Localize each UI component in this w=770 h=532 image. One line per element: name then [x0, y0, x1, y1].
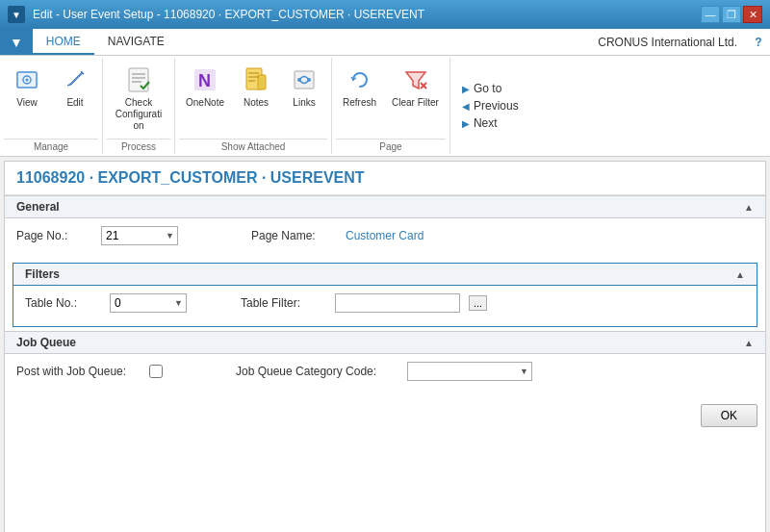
table-no-row: Table No.: 0 ▼ Table Filter: ...: [25, 293, 745, 313]
svg-point-15: [297, 78, 301, 82]
goto-label: Go to: [474, 82, 501, 95]
tab-navigate[interactable]: NAVIGATE: [94, 29, 178, 55]
table-no-label: Table No.:: [25, 296, 102, 310]
edit-icon: [60, 64, 90, 95]
filters-section-chevron: ▲: [735, 269, 745, 280]
view-label: View: [16, 97, 38, 109]
clear-filter-icon: [400, 64, 431, 95]
filters-section: Filters ▲ Table No.: 0 ▼ Table Filter: .…: [13, 263, 757, 327]
next-label: Next: [474, 116, 498, 130]
ribbon-group-process: Check Configuration Process: [103, 58, 175, 154]
general-section-chevron: ▲: [744, 202, 754, 213]
next-icon: ▶: [462, 118, 470, 129]
check-configuration-button[interactable]: Check Configuration: [107, 60, 170, 137]
close-button[interactable]: ✕: [743, 6, 762, 23]
links-button[interactable]: Links: [281, 60, 327, 114]
restore-button[interactable]: ❐: [722, 6, 741, 23]
job-queue-section-header[interactable]: Job Queue ▲: [5, 331, 765, 354]
table-no-select[interactable]: 0: [111, 294, 178, 312]
page-no-wrapper[interactable]: 21 ▼: [101, 226, 178, 245]
links-icon: [289, 64, 320, 95]
svg-point-2: [26, 79, 29, 82]
job-queue-category-wrapper[interactable]: ▼: [407, 362, 532, 381]
process-group-label: Process: [107, 139, 170, 152]
edit-button[interactable]: Edit: [52, 60, 98, 114]
post-with-job-queue-label: Post with Job Queue:: [16, 365, 141, 378]
job-queue-section: Job Queue ▲ Post with Job Queue: Job Que…: [5, 331, 765, 394]
check-config-icon: [123, 64, 154, 95]
view-icon: [12, 64, 42, 95]
previous-button[interactable]: ◀ Previous: [458, 97, 523, 114]
menu-bar: ▼ HOME NAVIGATE CRONUS International Ltd…: [0, 29, 770, 56]
ribbon-group-page: Refresh Clear Filter Page: [332, 58, 450, 154]
general-section-header[interactable]: General ▲: [5, 195, 765, 218]
ok-btn-area: OK: [5, 398, 765, 433]
goto-button[interactable]: ▶ Go to: [458, 80, 523, 97]
post-with-job-queue-checkbox[interactable]: [149, 365, 163, 378]
window-controls: — ❐ ✕: [701, 6, 762, 23]
page-group-label: Page: [336, 139, 446, 152]
job-queue-section-chevron: ▲: [744, 338, 754, 348]
page-nav: ▶ Go to ◀ Previous ▶ Next: [450, 58, 530, 154]
ribbon: View Edit Manage: [0, 56, 770, 157]
minimize-button[interactable]: —: [701, 6, 720, 23]
table-filter-label: Table Filter:: [241, 296, 327, 310]
notes-label: Notes: [244, 97, 269, 109]
company-name: CRONUS International Ltd.: [588, 29, 747, 55]
ribbon-group-show-attached: N OneNote Notes: [175, 58, 332, 154]
main-content: 11068920 · EXPORT_CUSTOMER · USEREVENT G…: [4, 161, 766, 532]
svg-text:N: N: [198, 71, 211, 90]
page-no-row: Page No.: 21 ▼ Page Name: Customer Card: [16, 226, 754, 245]
page-no-label: Page No.:: [16, 229, 93, 242]
job-queue-section-body: Post with Job Queue: Job Queue Category …: [5, 354, 765, 394]
next-button[interactable]: ▶ Next: [458, 114, 523, 132]
filters-section-label: Filters: [25, 267, 60, 281]
job-queue-section-label: Job Queue: [16, 336, 76, 349]
notes-button[interactable]: Notes: [233, 60, 279, 114]
refresh-button[interactable]: Refresh: [336, 60, 383, 114]
onenote-label: OneNote: [186, 97, 224, 109]
clear-filter-label: Clear Filter: [392, 97, 439, 109]
previous-icon: ◀: [462, 101, 470, 112]
page-no-select[interactable]: 21: [102, 227, 169, 244]
general-section-body: Page No.: 21 ▼ Page Name: Customer Card: [5, 218, 765, 259]
help-button[interactable]: ?: [747, 29, 770, 55]
svg-rect-3: [129, 68, 148, 91]
table-no-wrapper[interactable]: 0 ▼: [110, 293, 187, 313]
table-filter-input[interactable]: [335, 293, 460, 313]
edit-label: Edit: [66, 97, 83, 109]
record-title: 11068920 · EXPORT_CUSTOMER · USEREVENT: [5, 162, 765, 195]
svg-rect-10: [258, 75, 266, 89]
filters-section-body: Table No.: 0 ▼ Table Filter: ...: [13, 286, 757, 326]
goto-icon: ▶: [462, 84, 470, 94]
show-attached-group-label: Show Attached: [179, 139, 327, 152]
job-queue-row: Post with Job Queue: Job Queue Category …: [16, 362, 754, 381]
view-button[interactable]: View: [4, 60, 50, 114]
app-menu-button[interactable]: ▼: [0, 29, 33, 55]
job-queue-category-select[interactable]: [408, 363, 524, 380]
onenote-button[interactable]: N OneNote: [179, 60, 231, 114]
check-config-label: Check Configuration: [114, 97, 164, 132]
app-icon: ▼: [8, 6, 25, 23]
general-section-label: General: [16, 200, 60, 214]
svg-point-16: [307, 78, 311, 82]
notes-icon: [241, 64, 271, 95]
refresh-icon: [345, 64, 375, 95]
table-filter-browse-button[interactable]: ...: [469, 295, 487, 311]
ok-button[interactable]: OK: [701, 404, 757, 427]
refresh-label: Refresh: [343, 97, 376, 109]
onenote-icon: N: [190, 64, 220, 95]
filters-section-header[interactable]: Filters ▲: [13, 264, 757, 286]
page-name-label: Page Name:: [251, 229, 338, 242]
links-label: Links: [293, 97, 315, 109]
clear-filter-button[interactable]: Clear Filter: [385, 60, 446, 114]
job-queue-category-code-label: Job Queue Category Code:: [236, 365, 399, 378]
page-name-link[interactable]: Customer Card: [346, 229, 424, 242]
ribbon-group-manage: View Edit Manage: [0, 58, 103, 154]
title-bar: ▼ Edit - User Event Setup - 11068920 · E…: [0, 0, 770, 29]
previous-label: Previous: [474, 99, 519, 113]
window-title: Edit - User Event Setup - 11068920 · EXP…: [33, 8, 701, 21]
manage-group-label: Manage: [4, 139, 98, 152]
tab-home[interactable]: HOME: [33, 29, 94, 55]
